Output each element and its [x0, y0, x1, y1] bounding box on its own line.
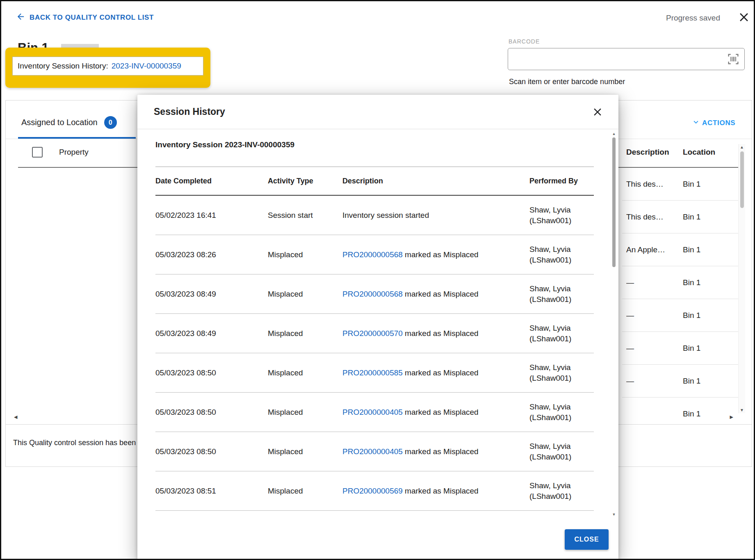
cell-description: This des… [626, 213, 683, 222]
col-description: Description [342, 177, 529, 185]
row-date: 05/03/2023 08:49 [155, 329, 268, 338]
session-history-row: 05/03/2023 08:50 Misplaced PRO2000000405… [155, 393, 594, 432]
performed-by-id: (LShaw001) [529, 334, 594, 344]
table-row: — Bin 1 [622, 332, 738, 365]
row-date: 05/03/2023 08:50 [155, 368, 268, 377]
description-column-header: Description [626, 148, 669, 157]
back-to-quality-control-link[interactable]: BACK TO QUALITY CONTROL LIST [16, 12, 154, 23]
row-description: PRO2000000585 marked as Misplaced [342, 368, 529, 377]
row-description: PRO2000000568 marked as Misplaced [342, 250, 529, 259]
cell-location: Bin 1 [683, 180, 738, 189]
performed-by-id: (LShaw001) [529, 491, 594, 502]
cell-location: Bin 1 [683, 344, 738, 353]
row-description-text: marked as Misplaced [403, 250, 479, 259]
actions-menu-button[interactable]: ACTIONS [691, 117, 735, 128]
performed-by-name: Shaw, Lyvia [529, 283, 594, 294]
performed-by-name: Shaw, Lyvia [529, 205, 594, 215]
property-link[interactable]: PRO2000000570 [342, 329, 403, 338]
col-date-completed: Date Completed [155, 177, 268, 185]
session-history-row: 05/03/2023 08:49 Misplaced PRO2000000568… [155, 274, 594, 314]
col-performed-by: Performed By [529, 177, 594, 185]
session-history-row: 05/03/2023 08:50 Misplaced PRO2000000405… [155, 432, 594, 471]
modal-subtitle: Inventory Session 2023-INV-00000359 [155, 140, 594, 149]
row-description: Inventory session started [342, 211, 529, 220]
row-performed-by: Shaw, Lyvia(LShaw001) [529, 244, 594, 265]
cell-description: An Apple… [626, 245, 683, 254]
property-link[interactable]: PRO2000000568 [342, 290, 403, 298]
performed-by-id: (LShaw001) [529, 412, 594, 423]
row-description-text: marked as Misplaced [403, 447, 479, 456]
session-history-callout: Inventory Session History: 2023-INV-0000… [12, 57, 203, 75]
close-icon[interactable] [737, 10, 751, 24]
row-activity-type: Misplaced [268, 329, 342, 338]
table-row: — Bin 1 [622, 365, 738, 398]
tab-assigned-to-location[interactable]: Assigned to Location 0 [21, 116, 117, 129]
col-activity-type: Activity Type [268, 177, 342, 185]
property-column-header: Property [59, 148, 89, 157]
row-performed-by: Shaw, Lyvia(LShaw001) [529, 441, 594, 462]
scroll-up-arrow-icon[interactable]: ▲ [611, 132, 616, 136]
session-history-link[interactable]: 2023-INV-00000359 [112, 62, 181, 71]
property-link[interactable]: PRO2000000569 [342, 487, 403, 495]
cell-location: Bin 1 [683, 213, 738, 222]
scrollbar-thumb[interactable] [612, 137, 616, 267]
barcode-helper-text: Scan item or enter barcode number [509, 78, 625, 86]
session-note-text: This Quality control session has been r [13, 439, 140, 447]
performed-by-id: (LShaw001) [529, 215, 594, 226]
performed-by-name: Shaw, Lyvia [529, 441, 594, 452]
performed-by-id: (LShaw001) [529, 373, 594, 384]
property-link[interactable]: PRO2000000405 [342, 408, 403, 416]
session-history-row: 05/02/2023 16:41 Session start Inventory… [155, 196, 594, 235]
performed-by-name: Shaw, Lyvia [529, 480, 594, 491]
barcode-input[interactable] [508, 48, 726, 70]
row-activity-type: Session start [268, 211, 342, 220]
scroll-down-arrow-icon[interactable]: ▼ [611, 512, 616, 517]
row-date: 05/03/2023 08:51 [155, 487, 268, 496]
row-date: 05/03/2023 08:49 [155, 290, 268, 299]
session-history-highlight: Inventory Session History: 2023-INV-0000… [5, 48, 210, 88]
row-date: 05/02/2023 16:41 [155, 211, 268, 220]
modal-title: Session History [154, 106, 225, 117]
table-vertical-scrollbar[interactable]: ▲ ▼ [738, 144, 745, 413]
session-history-table-header: Date Completed Activity Type Description… [155, 167, 594, 196]
scroll-down-arrow-icon[interactable]: ▼ [739, 408, 745, 412]
scrollbar-thumb[interactable] [740, 151, 744, 208]
scroll-left-arrow-icon[interactable]: ◀ [14, 414, 17, 420]
performed-by-name: Shaw, Lyvia [529, 244, 594, 255]
performed-by-id: (LShaw001) [529, 452, 594, 462]
scroll-up-arrow-icon[interactable]: ▲ [739, 145, 745, 149]
row-description: PRO2000000405 marked as Misplaced [342, 408, 529, 417]
property-link[interactable]: PRO2000000568 [342, 250, 403, 259]
items-table-rows: This des… Bin 1 This des… Bin 1 An Apple… [622, 168, 738, 421]
cell-location: Bin 1 [683, 377, 738, 386]
row-activity-type: Misplaced [268, 290, 342, 299]
modal-footer: CLOSE [137, 519, 618, 560]
modal-scrollbar[interactable]: ▲ ▼ [611, 132, 616, 517]
modal-header: Session History [137, 95, 618, 129]
row-performed-by: Shaw, Lyvia(LShaw001) [529, 480, 594, 502]
table-row: This des… Bin 1 [622, 168, 738, 201]
performed-by-name: Shaw, Lyvia [529, 362, 594, 373]
cell-location: Bin 1 [683, 245, 738, 254]
select-all-checkbox[interactable] [32, 147, 43, 158]
tab-count-badge: 0 [104, 116, 117, 129]
barcode-label: BARCODE [509, 38, 540, 45]
performed-by-name: Shaw, Lyvia [529, 323, 594, 334]
close-button[interactable]: CLOSE [565, 529, 609, 550]
row-activity-type: Misplaced [268, 408, 342, 417]
cell-description: This des… [626, 180, 683, 189]
modal-close-icon[interactable] [591, 106, 604, 118]
row-description: PRO2000000568 marked as Misplaced [342, 290, 529, 299]
property-link[interactable]: PRO2000000405 [342, 447, 403, 456]
property-link[interactable]: PRO2000000585 [342, 368, 403, 377]
row-description-text: marked as Misplaced [403, 368, 479, 377]
session-history-row: 05/03/2023 08:50 Misplaced PRO2000000585… [155, 353, 594, 393]
table-row: An Apple… Bin 1 [622, 233, 738, 266]
barcode-scan-icon[interactable] [726, 52, 740, 66]
scroll-right-arrow-icon[interactable]: ▶ [730, 414, 733, 420]
table-row: This des… Bin 1 [622, 201, 738, 233]
back-arrow-icon [16, 12, 25, 23]
cell-description: — [626, 377, 683, 386]
row-description-text: Inventory session started [342, 211, 429, 219]
row-activity-type: Misplaced [268, 368, 342, 377]
